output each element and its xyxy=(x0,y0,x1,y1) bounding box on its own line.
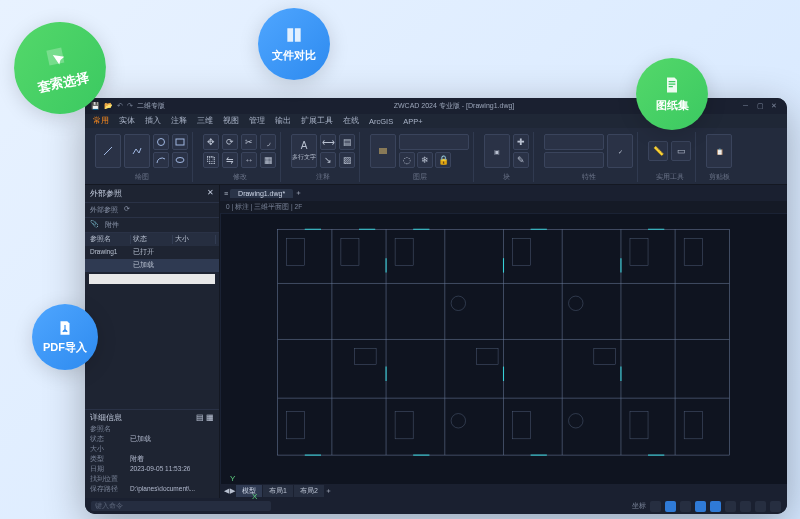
layer-dropdown[interactable] xyxy=(399,134,469,150)
doc-tab[interactable]: Drawing1.dwg* xyxy=(230,189,293,198)
detail-title: 详细信息 xyxy=(90,413,122,423)
layer-props-button[interactable] xyxy=(370,134,396,168)
maximize-button[interactable]: ▢ xyxy=(757,102,767,110)
ribbon-group-props: ✓ 特性 xyxy=(540,132,638,182)
copy-button[interactable]: ⿻ xyxy=(203,152,219,168)
insert-block-button[interactable]: ▣ xyxy=(484,134,510,168)
otrack-toggle[interactable] xyxy=(725,501,736,512)
tab-arcgis[interactable]: ArcGIS xyxy=(369,117,393,126)
svg-rect-50 xyxy=(354,349,376,365)
window-title: ZWCAD 2024 专业版 - [Drawing1.dwg] xyxy=(394,101,515,111)
xref-subtab-attach[interactable]: 附件 xyxy=(105,220,119,230)
layout-tab-prev-icon[interactable]: ◀ xyxy=(224,487,229,495)
layout-tab-next-icon[interactable]: ▶ xyxy=(230,487,235,495)
qat-save-icon[interactable]: 💾 xyxy=(91,102,100,110)
tab-output[interactable]: 输出 xyxy=(275,116,291,126)
linetype-dropdown[interactable] xyxy=(544,152,604,168)
drawing-canvas[interactable]: Y X xyxy=(220,213,787,484)
xref-panel-title: 外部参照 xyxy=(90,188,122,199)
xref-subtab-refs[interactable]: 外部参照 xyxy=(90,205,118,215)
leader-button[interactable]: ↘ xyxy=(320,152,336,168)
array-button[interactable]: ▦ xyxy=(260,152,276,168)
tab-manage[interactable]: 管理 xyxy=(249,116,265,126)
grid-toggle[interactable] xyxy=(665,501,676,512)
mtext-button[interactable]: A多行文字 xyxy=(291,134,317,168)
layout1-tab[interactable]: 布局1 xyxy=(263,485,293,497)
model-tab[interactable]: 模型 xyxy=(236,485,262,497)
svg-rect-49 xyxy=(594,349,616,365)
line-button[interactable] xyxy=(95,134,121,168)
group-block-label: 块 xyxy=(503,172,510,182)
workspace: 外部参照 ✕ 外部参照 ⟳ 📎 附件 参照名 状态 大小 Drawing1已打开… xyxy=(85,185,787,498)
extend-button[interactable]: ↔ xyxy=(241,152,257,168)
tab-home[interactable]: 常用 xyxy=(93,116,109,126)
tab-view[interactable]: 视图 xyxy=(223,116,239,126)
mirror-button[interactable]: ⇋ xyxy=(222,152,238,168)
layout2-tab[interactable]: 布局2 xyxy=(294,485,324,497)
xref-table-header: 参照名 状态 大小 xyxy=(85,233,219,246)
col-name: 参照名 xyxy=(88,235,131,244)
layer-off-button[interactable]: ◌ xyxy=(399,152,415,168)
group-draw-label: 绘图 xyxy=(135,172,149,182)
layout-tab-add-icon[interactable]: ＋ xyxy=(325,486,332,496)
layout-tabs: ◀ ▶ 模型 布局1 布局2 ＋ xyxy=(220,484,787,498)
rect-button[interactable] xyxy=(172,134,188,150)
circle-button[interactable] xyxy=(153,134,169,150)
model-toggle[interactable] xyxy=(770,501,781,512)
trim-button[interactable]: ✂ xyxy=(241,134,257,150)
layer-freeze-button[interactable]: ❄ xyxy=(417,152,433,168)
tab-online[interactable]: 在线 xyxy=(343,116,359,126)
dim-linear-button[interactable]: ⟷ xyxy=(320,134,336,150)
fillet-button[interactable]: ◞ xyxy=(260,134,276,150)
ellipse-button[interactable] xyxy=(172,152,188,168)
ribbon-group-modify: ✥ ⿻ ⟳ ⇋ ✂ ↔ ◞ ▦ 修改 xyxy=(199,132,281,182)
pdf-import-icon xyxy=(56,319,74,337)
paste-button[interactable]: 📋 xyxy=(706,134,732,168)
lweight-toggle[interactable] xyxy=(740,501,751,512)
xref-rename-input[interactable] xyxy=(89,274,215,284)
rotate-button[interactable]: ⟳ xyxy=(222,134,238,150)
layer-lock-button[interactable]: 🔒 xyxy=(435,152,451,168)
group-props-label: 特性 xyxy=(582,172,596,182)
detail-toggle-icon[interactable]: ▤ ▦ xyxy=(196,413,214,423)
qat-undo-icon[interactable]: ↶ xyxy=(117,102,123,110)
xref-attach-icon[interactable]: 📎 xyxy=(90,220,99,230)
tab-solid[interactable]: 实体 xyxy=(119,116,135,126)
tab-3d[interactable]: 三维 xyxy=(197,116,213,126)
xref-refresh-icon[interactable]: ⟳ xyxy=(124,205,130,215)
arc-button[interactable] xyxy=(153,152,169,168)
select-button[interactable]: ▭ xyxy=(671,141,691,161)
edit-block-button[interactable]: ✎ xyxy=(513,152,529,168)
dyn-toggle[interactable] xyxy=(755,501,766,512)
panel-close-icon[interactable]: ✕ xyxy=(207,188,214,199)
tab-express[interactable]: 扩展工具 xyxy=(301,116,333,126)
hatch-button[interactable]: ▨ xyxy=(339,152,355,168)
tab-annotate[interactable]: 注释 xyxy=(171,116,187,126)
snap-toggle[interactable] xyxy=(650,501,661,512)
svg-rect-39 xyxy=(287,412,305,439)
svg-point-0 xyxy=(158,139,165,146)
doc-tab-add-icon[interactable]: ＋ xyxy=(295,188,302,198)
measure-button[interactable]: 📏 xyxy=(648,141,668,161)
command-input[interactable]: 键入命令 xyxy=(91,501,271,511)
table-button[interactable]: ▤ xyxy=(339,134,355,150)
osnap-toggle[interactable] xyxy=(710,501,721,512)
polar-toggle[interactable] xyxy=(695,501,706,512)
xref-row[interactable]: 已加载 xyxy=(85,259,219,272)
xref-row[interactable]: Drawing1已打开 xyxy=(85,246,219,259)
tab-insert[interactable]: 插入 xyxy=(145,116,161,126)
doc-tab-new-icon[interactable]: ≡ xyxy=(224,190,228,197)
ortho-toggle[interactable] xyxy=(680,501,691,512)
match-props-button[interactable]: ✓ xyxy=(607,134,633,168)
tab-app[interactable]: APP+ xyxy=(403,117,422,126)
badge-compare-label: 文件对比 xyxy=(272,48,316,63)
qat-open-icon[interactable]: 📂 xyxy=(104,102,113,110)
minimize-button[interactable]: ─ xyxy=(743,102,753,110)
polyline-button[interactable] xyxy=(124,134,150,168)
close-button[interactable]: ✕ xyxy=(771,102,781,110)
qat-redo-icon[interactable]: ↷ xyxy=(127,102,133,110)
create-block-button[interactable]: ✚ xyxy=(513,134,529,150)
color-dropdown[interactable] xyxy=(544,134,604,150)
svg-rect-35 xyxy=(395,238,413,265)
move-button[interactable]: ✥ xyxy=(203,134,219,150)
